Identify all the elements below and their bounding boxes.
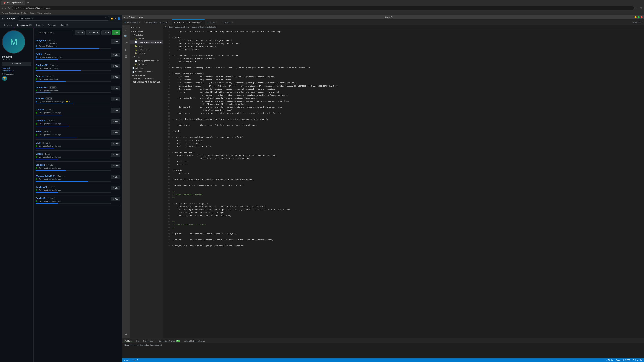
activity-extensions[interactable]: ⊞: [123, 53, 129, 59]
moovpad-link[interactable]: moovpad: [2, 67, 31, 69]
statusbar-encoding[interactable]: UTF-8: [626, 359, 630, 361]
repo-name[interactable]: MServer: [36, 108, 44, 111]
editor-content[interactable]: 1 - agents that are able to reason and a…: [163, 29, 644, 338]
bookmark-btn[interactable]: ☆: [635, 6, 638, 10]
subnav-repositories[interactable]: Repositories 31: [14, 23, 34, 28]
browser-tab-active[interactable]: 🐙 Your Repositories ✕: [1, 0, 26, 5]
bookmark-manage[interactable]: Manage Bookmarks...: [1, 12, 19, 14]
bookmark-learning[interactable]: Learning: [44, 12, 51, 14]
tab-close-icon[interactable]: ✕: [216, 21, 218, 23]
star-btn[interactable]: ☆ Star: [111, 197, 120, 201]
tab-close-icon[interactable]: ✕: [232, 21, 233, 23]
star-btn[interactable]: ☆ Star: [111, 39, 120, 43]
extensions-btn[interactable]: ⊞: [640, 6, 643, 10]
statusbar-eol[interactable]: LF: [632, 359, 634, 361]
tree-item-mastermind[interactable]: 🐍 mastermind.py: [130, 48, 163, 51]
vscode-tab[interactable]: T devlog_python_search.txt ✕: [142, 19, 172, 25]
plus-icon[interactable]: +: [115, 17, 116, 20]
tree-item-harry[interactable]: 🐍 harry.py: [130, 44, 163, 48]
tree-item-search[interactable]: ▾ Search: [130, 55, 163, 59]
repo-name[interactable]: GenUser: [36, 75, 44, 77]
statusbar-line-col[interactable]: Ln 75, Col 1: [606, 359, 614, 361]
activity-explorer[interactable]: ⊞: [123, 27, 129, 33]
repo-name[interactable]: GenTriAPI: [36, 197, 46, 199]
subnav-projects[interactable]: Projects: [34, 23, 46, 28]
tree-item-puzzle[interactable]: 🐍 puzzle.py: [130, 51, 163, 55]
repo-name[interactable]: SandboxAPI: [36, 64, 48, 66]
star-btn[interactable]: ☆ Star: [111, 119, 120, 124]
bookmark-socials[interactable]: Socials: [30, 12, 36, 14]
repo-name[interactable]: AI-Python: [36, 39, 46, 42]
tree-item-degrees[interactable]: 🐍 degrees.py: [130, 62, 163, 66]
star-btn[interactable]: ☆ Star: [111, 75, 120, 79]
repo-name[interactable]: JSON: [36, 130, 42, 133]
address-bar[interactable]: [12, 6, 634, 10]
star-btn[interactable]: ☆ Star: [111, 86, 120, 90]
moovpadcom-link[interactable]: moovpad.com: [2, 70, 31, 72]
edit-profile-btn[interactable]: Edit profile: [2, 62, 31, 66]
tab-close-icon[interactable]: ✕: [168, 21, 170, 23]
github-search[interactable]: Type / to search /: [18, 16, 109, 21]
language-filter-btn[interactable]: Language ▾: [86, 30, 100, 35]
bookmark-work[interactable]: Work: [38, 12, 42, 14]
star-btn[interactable]: ☆ Star: [111, 153, 120, 157]
tab-close-btn[interactable]: ✕: [22, 2, 24, 3]
bottom-tab-server-side[interactable]: Server-Side Analysis ON: [156, 339, 182, 343]
activity-settings[interactable]: ⚙: [123, 331, 129, 337]
maximize-btn[interactable]: [638, 16, 640, 18]
subnav-packages[interactable]: Packages: [46, 23, 58, 28]
tree-external-libs[interactable]: ▸ External Libraries: [130, 77, 163, 80]
star-btn[interactable]: ☆ Star: [111, 141, 120, 146]
bookmark-system[interactable]: System: [21, 12, 28, 14]
repo-name[interactable]: RServer: [36, 97, 44, 100]
notifications-icon[interactable]: 🔔: [110, 17, 114, 20]
tree-item-devlog-search[interactable]: 📄 devlog_python_search.txt: [130, 59, 163, 62]
star-btn[interactable]: ☆ Star: [111, 53, 120, 57]
reload-btn[interactable]: ↻: [8, 6, 11, 10]
repo-search-input[interactable]: [36, 30, 74, 35]
star-btn[interactable]: ☆ Star: [111, 130, 120, 135]
tab-close-icon[interactable]: ✕: [201, 22, 203, 23]
tree-item-knowledge[interactable]: ▾ Knowledge: [130, 33, 163, 37]
tree-item-course-resources[interactable]: 📄 CourseResources.txt: [130, 70, 163, 74]
vscode-tab[interactable]: T devlog_python_knowledge.txt ✕: [172, 19, 205, 25]
repo-name[interactable]: MDesk: [36, 153, 42, 155]
repo-name[interactable]: WebApp-0.24.11.17: [36, 175, 55, 177]
repo-name[interactable]: GenSecAPI: [36, 86, 47, 88]
star-btn[interactable]: ☆ Star: [111, 175, 120, 179]
repo-name[interactable]: RefLib: [36, 53, 42, 55]
new-repo-btn[interactable]: New: [112, 30, 120, 35]
star-btn[interactable]: ☆ Star: [111, 97, 120, 101]
sort-filter-btn[interactable]: Sort ▾: [102, 30, 110, 35]
star-btn[interactable]: ☆ Star: [111, 186, 120, 190]
repo-name[interactable]: GenTrnAPI: [36, 186, 47, 188]
vscode-tab[interactable]: P logic.py ✕: [205, 19, 220, 25]
close-btn[interactable]: [641, 16, 643, 18]
bottom-tab-vuln[interactable]: Vulnerable Dependencies: [182, 339, 207, 343]
vscode-tab[interactable]: M README.md ✕: [122, 19, 142, 25]
repo-name[interactable]: MintraLib: [36, 119, 46, 122]
statusbar-language[interactable]: Plain Text: [636, 359, 643, 361]
type-filter-btn[interactable]: Type ▾: [75, 30, 84, 35]
forward-btn[interactable]: ›: [4, 6, 6, 10]
bottom-tab-file[interactable]: File: [134, 339, 141, 343]
tree-item-readme[interactable]: M README.md: [130, 74, 163, 77]
star-btn[interactable]: ☆ Star: [111, 164, 120, 168]
repo-name[interactable]: MLib: [36, 141, 40, 144]
activity-git[interactable]: ⎇: [123, 40, 129, 46]
subnav-stars[interactable]: Stars 2: [58, 23, 71, 28]
tree-item-clue[interactable]: 🐍 clue.py: [130, 37, 163, 40]
new-tab-btn[interactable]: +: [26, 1, 30, 4]
activity-search[interactable]: 🔍: [123, 33, 129, 39]
tree-root[interactable]: ▾ AI-Python: [130, 30, 163, 33]
activity-run[interactable]: ▶: [123, 47, 129, 53]
minimize-btn[interactable]: [634, 16, 636, 18]
repo-name[interactable]: Sandbox: [36, 164, 45, 166]
vscode-tab[interactable]: P harry.py ✕: [220, 19, 235, 25]
bottom-tab-project-errors[interactable]: Project Errors: [141, 339, 156, 343]
profile-icon[interactable]: 👤: [118, 17, 120, 20]
star-btn[interactable]: ☆ Star: [111, 108, 120, 113]
back-btn[interactable]: ‹: [1, 6, 3, 10]
tree-item-gitignore[interactable]: 📄 .gitignore: [130, 66, 163, 70]
star-btn[interactable]: ☆ Star: [111, 64, 120, 68]
